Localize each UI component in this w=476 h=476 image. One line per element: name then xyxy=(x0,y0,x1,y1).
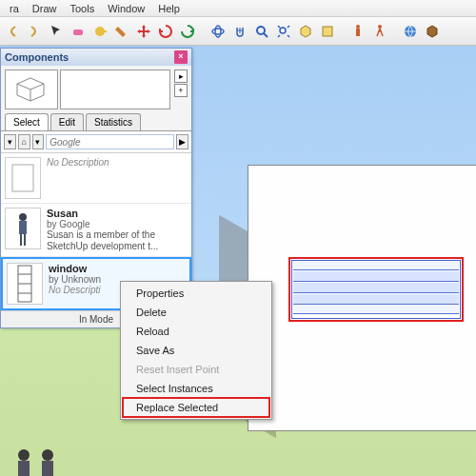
svg-point-17 xyxy=(42,449,53,461)
menu-ra[interactable]: ra xyxy=(4,1,25,16)
svg-rect-2 xyxy=(103,30,107,32)
svg-point-22 xyxy=(19,213,27,221)
tape-icon[interactable] xyxy=(89,21,110,42)
standing-icon[interactable] xyxy=(347,21,368,42)
move-icon[interactable] xyxy=(133,21,154,42)
paint-icon[interactable] xyxy=(111,21,132,42)
ctx-reload[interactable]: Reload xyxy=(123,322,269,341)
rotate-icon[interactable] xyxy=(155,21,176,42)
search-row: ▾ ⌂ ▾ ▶ xyxy=(1,131,191,153)
nav-dropdown-icon[interactable]: ▾ xyxy=(4,134,16,149)
svg-point-13 xyxy=(18,449,30,461)
context-menu: Properties Delete Reload Save As Reset I… xyxy=(120,281,272,420)
svg-line-6 xyxy=(264,33,268,37)
ctx-delete[interactable]: Delete xyxy=(123,303,269,322)
svg-rect-18 xyxy=(42,461,53,476)
tab-edit[interactable]: Edit xyxy=(50,113,84,130)
add-icon[interactable]: + xyxy=(174,84,188,97)
svg-point-11 xyxy=(378,25,382,29)
component-name: Susan xyxy=(47,208,188,219)
ctx-select-instances[interactable]: Select Instances xyxy=(123,379,269,398)
svg-rect-10 xyxy=(356,29,360,36)
svg-point-5 xyxy=(257,27,265,34)
tab-statistics[interactable]: Statistics xyxy=(86,113,141,130)
component-author: by Google xyxy=(47,219,188,229)
svg-point-7 xyxy=(280,28,286,33)
svg-rect-23 xyxy=(20,234,22,246)
component-thumb xyxy=(5,157,41,199)
component-thumb xyxy=(7,263,43,305)
pan-icon[interactable] xyxy=(229,21,250,42)
component-description: Susan is a member of the SketchUp develo… xyxy=(47,229,188,252)
search-input[interactable] xyxy=(46,134,174,149)
menu-draw[interactable]: Draw xyxy=(27,1,63,16)
component-description: No Description xyxy=(47,157,188,169)
ctx-replace-selected[interactable]: Replace Selected xyxy=(123,398,269,417)
panel-title: Components xyxy=(5,51,69,63)
scale-icon[interactable] xyxy=(177,21,198,42)
orbit-icon[interactable] xyxy=(208,21,228,42)
eraser-icon[interactable] xyxy=(68,21,89,42)
warehouse-icon[interactable] xyxy=(400,21,421,42)
collection-dropdown-icon[interactable]: ▾ xyxy=(32,134,45,149)
svg-rect-24 xyxy=(24,234,26,246)
svg-point-9 xyxy=(356,25,360,29)
component-preview xyxy=(5,69,58,109)
walk-icon[interactable] xyxy=(369,21,390,42)
nav-forward-icon[interactable] xyxy=(24,21,45,42)
select-icon[interactable] xyxy=(46,21,67,42)
section-icon[interactable] xyxy=(317,21,338,42)
zoom-extents-icon[interactable] xyxy=(273,21,294,42)
svg-point-3 xyxy=(212,29,224,34)
main-toolbar xyxy=(0,17,476,46)
component-thumb xyxy=(5,208,41,249)
expand-arrow-icon[interactable]: ▸ xyxy=(174,69,188,83)
home-icon[interactable]: ⌂ xyxy=(18,134,30,149)
zoom-icon[interactable] xyxy=(251,21,272,42)
component-item-susan[interactable]: Susan by Google Susan is a member of the… xyxy=(1,204,191,257)
tab-select[interactable]: Select xyxy=(5,113,49,130)
menu-help[interactable]: Help xyxy=(152,1,186,16)
component-icon[interactable] xyxy=(422,21,443,42)
panel-titlebar[interactable]: Components × xyxy=(1,49,191,66)
person-figure xyxy=(5,446,71,476)
nav-back-icon[interactable] xyxy=(2,21,23,42)
close-icon[interactable]: × xyxy=(174,50,188,64)
component-item[interactable]: No Description xyxy=(1,153,191,204)
ctx-save-as[interactable]: Save As xyxy=(123,341,269,360)
component-name: window xyxy=(49,263,186,274)
component-description-area xyxy=(60,69,170,109)
ctx-properties[interactable]: Properties xyxy=(123,284,269,303)
search-go-icon[interactable]: ▶ xyxy=(176,134,188,149)
svg-rect-14 xyxy=(18,461,30,476)
window-component-instance[interactable] xyxy=(291,260,461,319)
iso-icon[interactable] xyxy=(295,21,316,42)
svg-rect-8 xyxy=(323,27,332,36)
ctx-reset-insert-point: Reset Insert Point xyxy=(123,360,269,379)
svg-rect-0 xyxy=(73,30,83,35)
menu-tools[interactable]: Tools xyxy=(64,1,100,16)
menu-bar: ra Draw Tools Window Help xyxy=(0,0,476,17)
svg-rect-21 xyxy=(12,165,33,191)
panel-tabs: Select Edit Statistics xyxy=(1,113,191,131)
menu-window[interactable]: Window xyxy=(102,1,150,16)
svg-point-4 xyxy=(215,26,221,37)
